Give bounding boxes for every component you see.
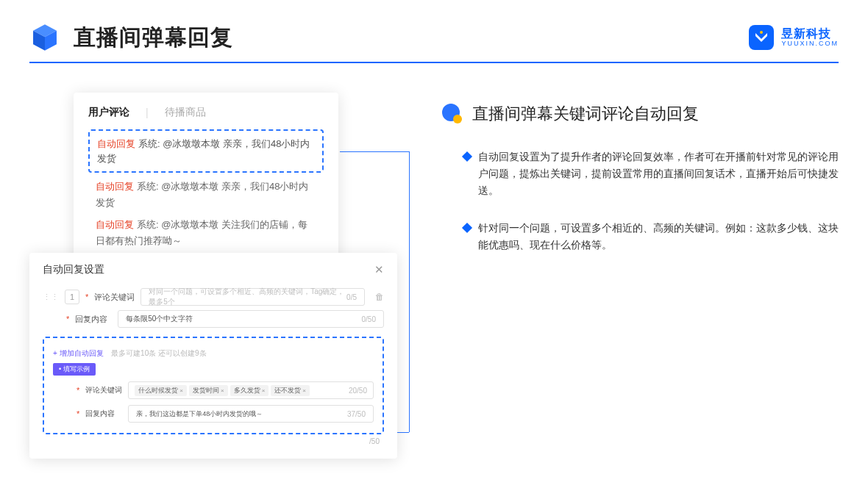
modal-title: 自动回复设置 — [43, 263, 104, 276]
required-star: * — [77, 386, 79, 395]
brand-cn: 昱新科技 — [781, 28, 839, 40]
index-badge: 1 — [65, 290, 79, 304]
close-icon[interactable]: ✕ — [374, 263, 384, 276]
delete-icon[interactable]: 🗑 — [371, 292, 384, 302]
counter: 20/50 — [349, 387, 367, 395]
tag-chip[interactable]: 还不发货× — [271, 385, 310, 396]
bullet-text: 针对同一个问题，可设置多个相近的、高频的关键词。例如：这款多少钱、这块能优惠吗、… — [478, 220, 839, 254]
bullet-text: 自动回复设置为了提升作者的评论回复效率，作者可在开播前针对常见的评论用户问题，提… — [478, 148, 839, 199]
tag-chip[interactable]: 发货时间× — [189, 385, 228, 396]
field-label: 评论关键词 — [94, 292, 135, 303]
reply-input[interactable]: 亲，我们这边都是下单48小时内发货的哦～ 37/50 — [128, 405, 374, 423]
example-row: * 评论关键词 什么时候发货×发货时间×多久发货×还不发货× 20/50 — [53, 381, 374, 399]
svg-marker-3 — [755, 33, 767, 42]
tag-list: 什么时候发货×发货时间×多久发货×还不发货× — [135, 385, 312, 396]
field-label: 回复内容 — [75, 314, 112, 325]
required-star: * — [66, 315, 69, 323]
required-star: * — [77, 409, 79, 418]
bullet-item: 自动回复设置为了提升作者的评论回复效率，作者可在开播前针对常见的评论用户问题，提… — [441, 148, 839, 199]
tag-remove-icon[interactable]: × — [262, 387, 266, 394]
auto-reply-label: 自动回复 — [96, 219, 134, 230]
page-title: 直播间弹幕回复 — [74, 23, 233, 53]
brand-icon — [749, 25, 774, 50]
section-head: 直播间弹幕关键词评论自动回复 — [441, 103, 839, 125]
example-badge: • 填写示例 — [53, 363, 96, 376]
counter: 0/5 — [346, 293, 357, 301]
diamond-icon — [462, 151, 472, 162]
right-column: 直播间弹幕关键词评论自动回复 自动回复设置为了提升作者的评论回复效率，作者可在开… — [441, 93, 839, 274]
content: 用户评论 | 待播商品 自动回复系统: @冰墩墩本墩 亲亲，我们48小时内发货 … — [0, 63, 868, 274]
tag-chip[interactable]: 多久发货× — [230, 385, 269, 396]
modal-header: 自动回复设置 ✕ — [43, 263, 384, 284]
example-section: + 增加自动回复 最多可建10条 还可以创建9条 • 填写示例 * 评论关键词 … — [43, 337, 384, 434]
add-row: + 增加自动回复 最多可建10条 还可以创建9条 — [53, 345, 374, 359]
header-left: 直播间弹幕回复 — [29, 22, 233, 53]
required-star: * — [85, 293, 88, 301]
tabs: 用户评论 | 待播商品 — [88, 106, 324, 119]
example-row: * 回复内容 亲，我们这边都是下单48小时内发货的哦～ 37/50 — [53, 405, 374, 423]
brand: 昱新科技 YUUXIN.COM — [749, 25, 839, 50]
diamond-icon — [462, 223, 472, 233]
tab-products[interactable]: 待播商品 — [165, 106, 206, 119]
auto-reply-label: 自动回复 — [96, 181, 134, 192]
setting-row: ⋮⋮ 1 * 评论关键词 对同一个问题，可设置多个相近、高频的关键词，Tag确定… — [43, 288, 384, 306]
header: 直播间弹幕回复 昱新科技 YUUXIN.COM — [0, 0, 868, 53]
field-label: 回复内容 — [85, 409, 122, 419]
connector-line — [340, 151, 409, 152]
highlighted-comment: 自动回复系统: @冰墩墩本墩 亲亲，我们48小时内发货 — [88, 129, 324, 173]
svg-point-4 — [760, 31, 763, 34]
keyword-input[interactable]: 对同一个问题，可设置多个相近、高频的关键词，Tag确定，最多5个 0/5 — [140, 288, 365, 306]
tab-comments[interactable]: 用户评论 — [88, 106, 129, 119]
placeholder-text: 每条限50个中文字符 — [126, 314, 193, 324]
bubble-icon — [441, 103, 463, 125]
add-auto-reply-link[interactable]: + 增加自动回复 — [53, 349, 104, 357]
section-title: 直播间弹幕关键词评论自动回复 — [472, 103, 699, 125]
counter: 0/50 — [362, 315, 376, 323]
connector-line — [409, 151, 410, 432]
comments-card: 用户评论 | 待播商品 自动回复系统: @冰墩墩本墩 亲亲，我们48小时内发货 … — [74, 93, 338, 265]
tag-remove-icon[interactable]: × — [302, 387, 306, 394]
tag-remove-icon[interactable]: × — [179, 387, 183, 394]
keyword-input[interactable]: 什么时候发货×发货时间×多久发货×还不发货× 20/50 — [128, 381, 374, 399]
settings-modal: 自动回复设置 ✕ ⋮⋮ 1 * 评论关键词 对同一个问题，可设置多个相近、高频的… — [29, 253, 397, 459]
field-label: 评论关键词 — [85, 385, 122, 395]
add-note: 最多可建10条 还可以创建9条 — [111, 349, 206, 357]
tag-remove-icon[interactable]: × — [221, 387, 224, 394]
cube-icon — [29, 22, 60, 53]
svg-point-6 — [453, 115, 462, 123]
counter: 37/50 — [347, 410, 366, 418]
reply-text: 亲，我们这边都是下单48小时内发货的哦～ — [136, 409, 263, 419]
tab-separator: | — [146, 107, 149, 118]
comment-row: 自动回复系统: @冰墩墩本墩 关注我们的店铺，每日都有热门推荐呦～ — [88, 211, 324, 249]
outer-counter: /50 — [43, 434, 384, 445]
reply-input[interactable]: 每条限50个中文字符 0/50 — [118, 310, 384, 328]
bullet-item: 针对同一个问题，可设置多个相近的、高频的关键词。例如：这款多少钱、这块能优惠吗、… — [441, 220, 839, 254]
drag-icon[interactable]: ⋮⋮ — [43, 293, 59, 302]
left-column: 用户评论 | 待播商品 自动回复系统: @冰墩墩本墩 亲亲，我们48小时内发货 … — [29, 93, 397, 274]
tag-chip[interactable]: 什么时候发货× — [135, 385, 187, 396]
auto-reply-label: 自动回复 — [97, 138, 135, 149]
brand-text: 昱新科技 YUUXIN.COM — [781, 28, 839, 48]
placeholder-text: 对同一个问题，可设置多个相近、高频的关键词，Tag确定，最多5个 — [149, 287, 346, 307]
brand-en: YUUXIN.COM — [781, 40, 839, 48]
comment-row: 自动回复系统: @冰墩墩本墩 亲亲，我们48小时内发货 — [88, 173, 324, 211]
setting-row: * 回复内容 每条限50个中文字符 0/50 — [43, 310, 384, 328]
